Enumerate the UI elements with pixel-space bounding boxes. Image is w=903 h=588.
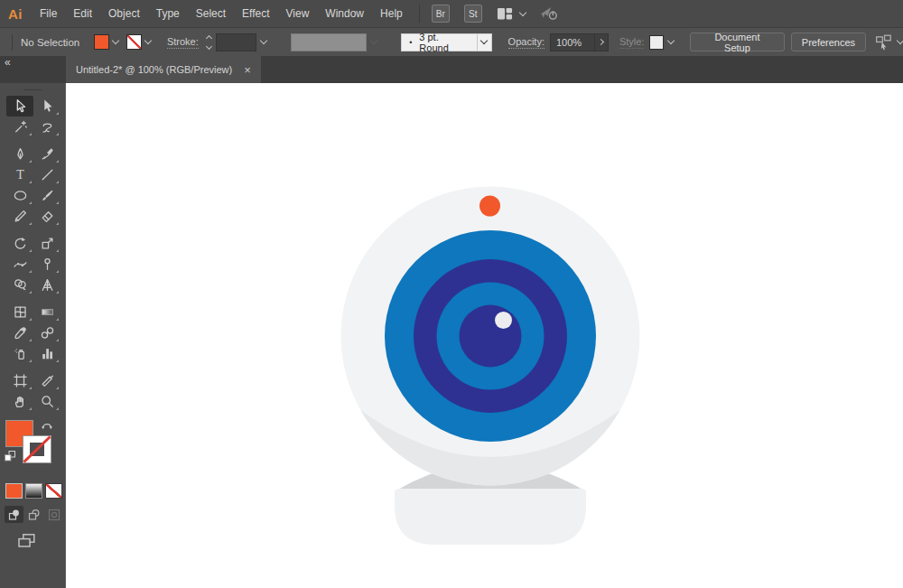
selection-tool[interactable] <box>6 96 33 117</box>
menu-bar: Ai FileEditObjectTypeSelectEffectViewWin… <box>0 0 903 27</box>
puppet-warp-tool[interactable] <box>33 254 61 275</box>
stroke-color-control <box>126 34 151 50</box>
draw-behind-button[interactable] <box>24 506 43 523</box>
style-label: Style: <box>619 36 645 49</box>
document-tab[interactable]: Untitled-2* @ 100% (RGB/Preview) × <box>66 56 261 83</box>
style-swatch[interactable] <box>649 35 664 50</box>
stroke-indicator-swatch[interactable] <box>23 435 51 467</box>
brush-name: 3 pt. Round <box>419 32 470 53</box>
fill-color-swatch[interactable] <box>94 34 109 50</box>
swap-fill-stroke-icon[interactable] <box>41 418 53 434</box>
stroke-weight-stepper[interactable] <box>207 36 211 49</box>
tool-group <box>6 302 65 364</box>
brush-definition-value[interactable]: • 3 pt. Round <box>402 34 477 51</box>
draw-normal-button[interactable] <box>5 506 23 523</box>
width-tool[interactable] <box>6 254 33 275</box>
menu-object[interactable]: Object <box>100 7 148 20</box>
type-tool[interactable]: T <box>6 164 33 185</box>
zoom-tool[interactable] <box>33 391 61 412</box>
ellipse-tool[interactable] <box>6 185 33 206</box>
select-similar-chevron-down-icon[interactable] <box>897 37 903 44</box>
none-button[interactable] <box>45 483 62 499</box>
menu-edit[interactable]: Edit <box>65 7 100 20</box>
shape-builder-tool[interactable] <box>6 275 33 295</box>
document-setup-button[interactable]: Document Setup <box>690 33 785 51</box>
main-area: T <box>0 83 903 588</box>
stepper-down-icon[interactable] <box>206 42 212 49</box>
column-graph-tool[interactable] <box>33 343 61 364</box>
tool-group <box>6 233 65 295</box>
paintbrush-tool[interactable] <box>33 185 61 206</box>
app-logo-icon: Ai <box>8 6 23 22</box>
document-tab-title: Untitled-2* @ 100% (RGB/Preview) <box>76 64 232 75</box>
stroke-weight-input[interactable] <box>216 33 256 51</box>
color-button[interactable] <box>5 483 23 499</box>
stepper-up-icon[interactable] <box>206 34 212 41</box>
tool-group <box>6 96 65 137</box>
blend-tool[interactable] <box>33 322 61 343</box>
shaper-tool[interactable] <box>6 206 33 227</box>
brush-chevron-down-icon[interactable] <box>477 34 491 51</box>
gradient-tool[interactable] <box>33 302 61 322</box>
menu-file[interactable]: File <box>32 7 65 20</box>
lasso-tool[interactable] <box>33 117 61 137</box>
preferences-button[interactable]: Preferences <box>791 33 866 51</box>
rotate-tool[interactable] <box>6 233 33 254</box>
menu-window[interactable]: Window <box>317 7 372 20</box>
line-segment-tool[interactable] <box>33 164 61 185</box>
svg-text:T: T <box>16 168 24 182</box>
close-icon[interactable]: × <box>244 64 251 76</box>
width-profile-chevron-down-icon <box>367 33 381 51</box>
webcam-pupil[interactable] <box>460 305 522 368</box>
screen-mode-icon[interactable] <box>17 537 37 552</box>
touch-workspace-icon[interactable] <box>538 6 558 21</box>
opacity-arrow-icon[interactable] <box>595 33 609 51</box>
symbol-sprayer-tool[interactable] <box>6 343 33 364</box>
menu-separator <box>419 5 420 23</box>
webcam-lens-highlight[interactable] <box>495 312 512 329</box>
direct-selection-tool[interactable] <box>33 96 61 117</box>
stroke-weight-label[interactable]: Stroke: <box>167 36 199 49</box>
selection-status: No Selection <box>21 37 83 48</box>
fill-chevron-down-icon[interactable] <box>112 37 119 44</box>
collapse-panel-icon[interactable]: « <box>5 56 10 69</box>
perspective-grid-tool[interactable] <box>33 275 61 295</box>
artboard[interactable] <box>66 83 903 588</box>
menu-select[interactable]: Select <box>188 7 234 20</box>
workspace-chevron-down-icon[interactable] <box>518 8 526 15</box>
select-similar-icon[interactable] <box>875 34 893 51</box>
bridge-button[interactable]: Br <box>432 5 450 23</box>
slice-tool[interactable] <box>33 370 61 391</box>
brush-definition-dropdown[interactable]: • 3 pt. Round <box>401 33 491 51</box>
gradient-button[interactable] <box>25 483 42 499</box>
eraser-tool[interactable] <box>33 206 61 227</box>
brush-dot-icon: • <box>409 38 412 47</box>
draw-inside-button <box>44 506 63 523</box>
eyedropper-tool[interactable] <box>6 322 33 343</box>
menu-type[interactable]: Type <box>148 7 188 20</box>
scale-tool[interactable] <box>33 233 61 254</box>
stroke-chevron-down-icon[interactable] <box>144 37 152 44</box>
stroke-weight-chevron-down-icon[interactable] <box>256 33 271 51</box>
mesh-tool[interactable] <box>6 302 33 322</box>
magic-wand-tool[interactable] <box>6 117 33 137</box>
webcam-indicator-dot[interactable] <box>479 196 500 217</box>
tab-bar: « Untitled-2* @ 100% (RGB/Preview) × <box>0 56 903 83</box>
hand-tool[interactable] <box>6 391 33 412</box>
illustrator-window: Ai FileEditObjectTypeSelectEffectViewWin… <box>0 0 903 588</box>
style-chevron-down-icon[interactable] <box>667 37 675 44</box>
menu-effect[interactable]: Effect <box>234 7 277 20</box>
menu-view[interactable]: View <box>278 7 318 20</box>
menu-help[interactable]: Help <box>372 7 411 20</box>
curvature-tool[interactable] <box>33 144 61 164</box>
toolbar-grip[interactable] <box>23 89 42 90</box>
workspace-switcher-icon[interactable] <box>497 7 513 21</box>
opacity-input[interactable]: 100% <box>550 33 595 51</box>
stroke-color-swatch[interactable] <box>126 34 142 50</box>
stock-button[interactable]: St <box>464 5 482 23</box>
opacity-label[interactable]: Opacity: <box>508 36 545 49</box>
pen-tool[interactable] <box>6 144 33 164</box>
webcam-stand-base[interactable] <box>395 489 586 545</box>
default-fill-stroke-icon[interactable] <box>5 450 16 466</box>
artboard-tool[interactable] <box>6 370 33 391</box>
